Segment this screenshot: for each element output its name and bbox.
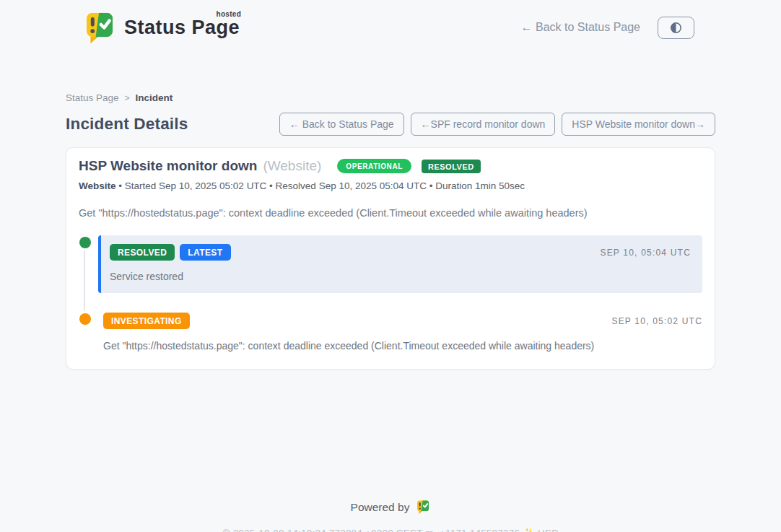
- next-incident-button[interactable]: HSP Website monitor down→: [562, 113, 715, 136]
- previous-incident-button[interactable]: ←SPF record monitor down: [411, 113, 556, 136]
- theme-toggle-button[interactable]: [658, 17, 694, 39]
- operational-status-badge: OPERATIONAL: [337, 159, 411, 173]
- timeline-message: Service restored: [110, 271, 691, 282]
- timeline-entry-investigating: INVESTIGATING SEP 10, 05:02 UTC Get "htt…: [79, 312, 702, 352]
- breadcrumb-status-page[interactable]: Status Page: [66, 92, 119, 103]
- latest-badge: LATEST: [180, 244, 230, 261]
- incident-meta-details: • Started Sep 10, 2025 05:02 UTC • Resol…: [116, 180, 525, 191]
- timeline-timestamp: SEP 10, 05:04 UTC: [600, 248, 691, 258]
- page-title: Incident Details: [66, 115, 188, 134]
- hsp-mini-logo-icon: [416, 500, 430, 515]
- logo-hosted-label: hosted: [216, 10, 241, 18]
- incident-scope: (Website): [263, 158, 321, 174]
- incident-service-name: Website: [79, 180, 116, 191]
- breadcrumb-incident: Incident: [136, 92, 173, 103]
- timeline-dot-resolved-icon: [79, 237, 91, 248]
- incident-title: HSP Website monitor down: [79, 158, 257, 174]
- back-to-status-page-button[interactable]: ← Back to Status Page: [279, 113, 404, 136]
- incident-card: HSP Website monitor down (Website) OPERA…: [66, 147, 715, 370]
- status-page-bubble-icon: [84, 11, 115, 45]
- timeline-entry-resolved: RESOLVED LATEST SEP 10, 05:04 UTC Servic…: [79, 235, 702, 293]
- breadcrumb-separator: >: [125, 93, 130, 103]
- resolved-status-badge: RESOLVED: [422, 160, 481, 173]
- incident-meta: Website • Started Sep 10, 2025 05:02 UTC…: [79, 180, 702, 191]
- powered-by-link[interactable]: Powered by: [66, 500, 715, 515]
- resolved-badge: RESOLVED: [110, 244, 175, 261]
- copyright-text: © 2025-10-08 14:10:34.772084 +0200 CEST …: [66, 527, 715, 532]
- incident-timeline: RESOLVED LATEST SEP 10, 05:04 UTC Servic…: [79, 235, 702, 352]
- powered-by-label: Powered by: [351, 501, 410, 514]
- breadcrumb: Status Page > Incident: [66, 92, 715, 103]
- footer: Powered by © 2025-10-08 14:10:34.772084 …: [66, 500, 715, 532]
- timeline-timestamp: SEP 10, 05:02 UTC: [611, 316, 702, 326]
- header: Status Page hosted ← Back to Status Page: [0, 0, 781, 46]
- timeline-message: Get "https://hostedstatus.page": context…: [103, 340, 702, 352]
- incident-nav-buttons: ← Back to Status Page ←SPF record monito…: [279, 113, 715, 136]
- logo-title: Status Page: [124, 17, 240, 38]
- incident-description: Get "https://hostedstatus.page": context…: [79, 207, 702, 219]
- contrast-half-circle-icon: [669, 21, 683, 35]
- main-content: Status Page > Incident Incident Details …: [66, 92, 715, 532]
- app-logo[interactable]: Status Page hosted: [84, 11, 240, 45]
- investigating-badge: INVESTIGATING: [103, 313, 190, 329]
- header-back-to-status-page-link[interactable]: ← Back to Status Page: [521, 21, 640, 34]
- timeline-dot-investigating-icon: [79, 313, 91, 325]
